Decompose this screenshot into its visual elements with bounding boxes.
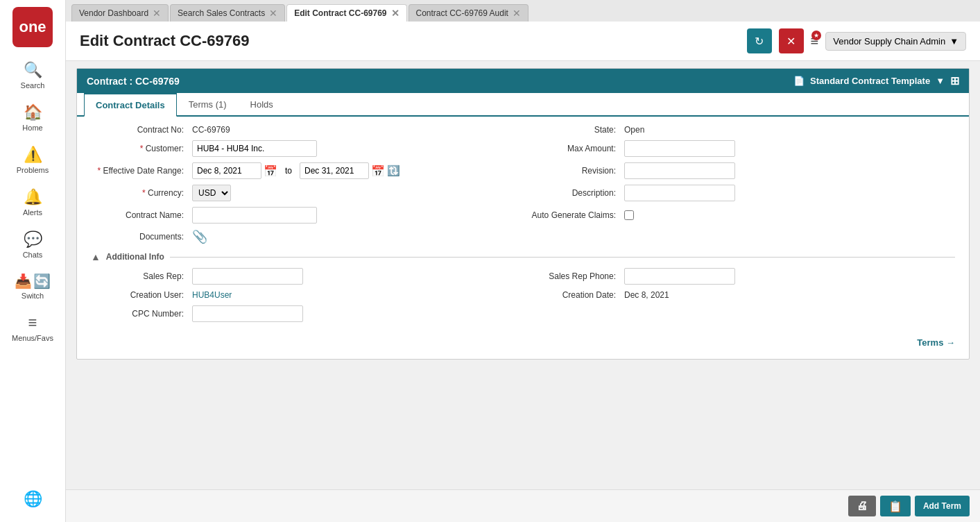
sidebar-item-menus[interactable]: ≡ Menus/Favs: [0, 307, 65, 349]
app-logo[interactable]: one: [12, 7, 53, 47]
sidebar-item-home[interactable]: 🏠 Home: [0, 96, 65, 139]
sidebar-item-settings[interactable]: 🌐: [19, 483, 46, 515]
creation-user-value[interactable]: HUB4User: [192, 290, 232, 300]
page-title: Edit Contract CC-69769: [80, 32, 740, 50]
currency-select[interactable]: USD EUR GBP CAD: [192, 185, 231, 201]
contract-no-value: CC-69769: [192, 125, 230, 135]
tab-edit-contract[interactable]: Edit Contract CC-69769 ✕: [286, 4, 406, 22]
add-term-button[interactable]: Add Term: [915, 496, 970, 516]
terms-link[interactable]: Terms →: [917, 337, 955, 348]
field-state: State: Open: [523, 125, 955, 135]
tab-holds[interactable]: Holds: [239, 93, 285, 117]
sales-rep-phone-label: Sales Rep Phone:: [523, 271, 620, 281]
date-to-input[interactable]: [300, 162, 369, 179]
field-description: Description:: [523, 185, 955, 201]
customer-input[interactable]: [192, 140, 317, 157]
template-chevron-icon: ▼: [936, 76, 945, 86]
document-icon[interactable]: 📎: [192, 229, 207, 244]
date-from-wrap: 📅: [192, 162, 277, 179]
form-row-documents: Documents: 📎: [91, 229, 955, 244]
auto-generate-checkbox[interactable]: [624, 210, 634, 220]
contract-id-label: Contract : CC-69769: [87, 76, 180, 87]
form-row-customer: Customer: Max Amount:: [91, 140, 955, 157]
additional-info-label: Additional Info: [106, 252, 164, 262]
contract-no-label: Contract No:: [91, 125, 188, 135]
template-expand-icon: ⊞: [950, 74, 959, 87]
search-icon: 🔍: [24, 61, 42, 79]
field-max-amount: Max Amount:: [523, 140, 955, 157]
tab-contract-details[interactable]: Contract Details: [84, 93, 177, 117]
close-tab-vendor-dashboard[interactable]: ✕: [153, 8, 161, 18]
calendar-from-icon[interactable]: 📅: [264, 165, 277, 178]
max-amount-label: Max Amount:: [523, 144, 620, 153]
field-sales-rep-phone: Sales Rep Phone:: [523, 268, 955, 285]
state-value: Open: [624, 125, 644, 135]
additional-info-section: ▲ Additional Info: [91, 251, 955, 262]
inner-tab-bar: Contract Details Terms (1) Holds: [77, 93, 969, 117]
menu-icon: ≡: [28, 314, 37, 332]
sync-icon[interactable]: 🔃: [387, 165, 400, 177]
form-row-date-range: Effective Date Range: 📅 to 📅 🔃: [91, 162, 955, 179]
field-customer: Customer:: [91, 140, 523, 157]
collapse-additional-info-button[interactable]: ▲: [91, 251, 101, 262]
description-input[interactable]: [624, 185, 735, 201]
user-dropdown[interactable]: Vendor Supply Chain Admin ▼: [825, 32, 966, 51]
tab-search-sales-contracts[interactable]: Search Sales Contracts ✕: [170, 4, 285, 22]
form-row-cpc: CPC Number:: [91, 305, 955, 322]
bell-icon: 🔔: [24, 188, 42, 206]
sidebar-item-chats[interactable]: 💬 Chats: [0, 224, 65, 266]
field-contract-no: Contract No: CC-69769: [91, 125, 523, 135]
contract-form: Contract No: CC-69769 State: Open Custom…: [77, 117, 969, 359]
field-auto-generate: Auto Generate Claims:: [523, 210, 955, 220]
contract-panel-header: Contract : CC-69769 📄 Standard Contract …: [77, 69, 969, 93]
sidebar-item-label: Switch: [22, 292, 44, 300]
field-effective-date: Effective Date Range: 📅 to 📅 🔃: [91, 162, 523, 179]
close-tab-audit[interactable]: ✕: [513, 8, 521, 18]
creation-user-label: Creation User:: [91, 290, 188, 300]
globe-icon: 🌐: [24, 490, 42, 508]
form-row-currency: Currency: USD EUR GBP CAD Description:: [91, 185, 955, 201]
bottom-action-bar: 🖨 📋 Add Term: [66, 489, 980, 522]
sidebar-item-search[interactable]: 🔍 Search: [0, 54, 65, 96]
sidebar-item-problems[interactable]: ⚠️ Problems: [0, 139, 65, 181]
creation-date-value: Dec 8, 2021: [624, 290, 669, 300]
calendar-to-icon[interactable]: 📅: [371, 165, 385, 178]
field-creation-user: Creation User: HUB4User: [91, 290, 523, 300]
description-label: Description:: [523, 188, 620, 198]
sidebar-item-label: Chats: [23, 251, 43, 259]
contract-name-label: Contract Name:: [91, 210, 188, 220]
sidebar-item-label: Menus/Favs: [12, 334, 53, 342]
field-sales-rep: Sales Rep:: [91, 268, 523, 285]
max-amount-input[interactable]: [624, 140, 735, 157]
tab-vendor-dashboard[interactable]: Vendor Dashboard ✕: [71, 4, 169, 22]
sidebar-item-alerts[interactable]: 🔔 Alerts: [0, 181, 65, 224]
effective-date-label: Effective Date Range:: [91, 166, 188, 176]
tab-terms[interactable]: Terms (1): [177, 93, 239, 117]
warning-icon: ⚠️: [24, 146, 42, 164]
field-revision: Revision:: [523, 162, 955, 179]
close-button[interactable]: ✕: [779, 28, 804, 53]
date-from-input[interactable]: [192, 162, 261, 179]
copy-button[interactable]: 📋: [880, 496, 911, 516]
print-button[interactable]: 🖨: [848, 496, 876, 516]
sidebar: one 🔍 Search 🏠 Home ⚠️ Problems 🔔 Alerts…: [0, 0, 66, 522]
template-icon: 📄: [793, 76, 805, 86]
sales-rep-input[interactable]: [192, 268, 303, 285]
contract-panel: Contract : CC-69769 📄 Standard Contract …: [76, 68, 970, 360]
sidebar-item-label: Home: [22, 124, 42, 132]
contract-name-input[interactable]: [192, 207, 317, 224]
sidebar-item-switch[interactable]: 📥 🔄 Switch: [0, 266, 65, 307]
tab-bar: Vendor Dashboard ✕ Search Sales Contract…: [66, 0, 980, 22]
field-cpc-number: CPC Number:: [91, 305, 523, 322]
cpc-number-input[interactable]: [192, 305, 303, 322]
revision-input[interactable]: [624, 162, 735, 179]
menu-button[interactable]: ≡ ★: [811, 33, 819, 49]
sales-rep-phone-input[interactable]: [624, 268, 735, 285]
close-tab-search-sales-contracts[interactable]: ✕: [269, 8, 277, 18]
refresh-button[interactable]: ↻: [747, 28, 772, 53]
sidebar-item-label: Problems: [17, 166, 49, 174]
tab-audit[interactable]: Contract CC-69769 Audit ✕: [409, 4, 528, 22]
template-label: Standard Contract Template: [810, 76, 930, 86]
close-tab-edit-contract[interactable]: ✕: [391, 8, 399, 18]
chevron-down-icon: ▼: [949, 36, 958, 47]
